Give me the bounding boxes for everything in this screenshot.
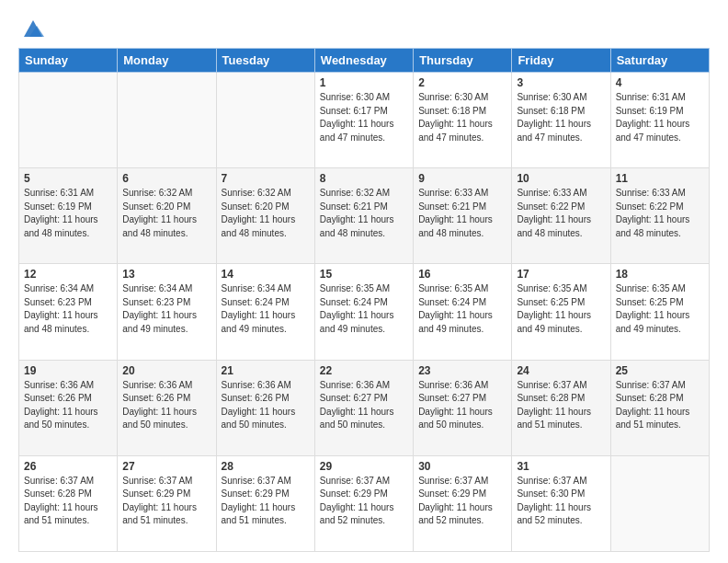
calendar-cell: 15Sunrise: 6:35 AM Sunset: 6:24 PM Dayli… xyxy=(314,264,413,360)
day-number: 2 xyxy=(418,76,506,89)
day-number: 21 xyxy=(222,364,310,377)
calendar-cell: 12Sunrise: 6:34 AM Sunset: 6:23 PM Dayli… xyxy=(19,264,118,360)
calendar-cell: 19Sunrise: 6:36 AM Sunset: 6:26 PM Dayli… xyxy=(19,360,118,455)
day-number: 22 xyxy=(320,364,408,377)
calendar-week-row: 19Sunrise: 6:36 AM Sunset: 6:26 PM Dayli… xyxy=(19,360,710,455)
calendar-header-row: SundayMondayTuesdayWednesdayThursdayFrid… xyxy=(19,49,710,73)
day-info: Sunrise: 6:34 AM Sunset: 6:23 PM Dayligh… xyxy=(24,282,112,336)
calendar-cell: 31Sunrise: 6:37 AM Sunset: 6:30 PM Dayli… xyxy=(512,455,610,551)
calendar-cell: 30Sunrise: 6:37 AM Sunset: 6:29 PM Dayli… xyxy=(414,455,512,551)
day-info: Sunrise: 6:32 AM Sunset: 6:20 PM Dayligh… xyxy=(222,187,310,240)
day-of-week-header: Saturday xyxy=(610,49,709,73)
calendar-cell: 16Sunrise: 6:35 AM Sunset: 6:24 PM Dayli… xyxy=(414,264,512,360)
day-of-week-header: Monday xyxy=(118,49,216,73)
calendar-cell: 11Sunrise: 6:33 AM Sunset: 6:22 PM Dayli… xyxy=(610,168,709,264)
day-number: 3 xyxy=(517,76,605,89)
calendar-cell: 17Sunrise: 6:35 AM Sunset: 6:25 PM Dayli… xyxy=(512,264,610,360)
day-info: Sunrise: 6:33 AM Sunset: 6:22 PM Dayligh… xyxy=(517,187,605,240)
day-info: Sunrise: 6:31 AM Sunset: 6:19 PM Dayligh… xyxy=(24,187,112,240)
calendar-cell: 27Sunrise: 6:37 AM Sunset: 6:29 PM Dayli… xyxy=(118,455,216,551)
day-info: Sunrise: 6:37 AM Sunset: 6:28 PM Dayligh… xyxy=(616,379,704,432)
calendar-cell: 9Sunrise: 6:33 AM Sunset: 6:21 PM Daylig… xyxy=(414,168,512,264)
calendar-cell: 20Sunrise: 6:36 AM Sunset: 6:26 PM Dayli… xyxy=(118,360,216,455)
calendar-week-row: 26Sunrise: 6:37 AM Sunset: 6:28 PM Dayli… xyxy=(19,455,710,551)
calendar-cell: 13Sunrise: 6:34 AM Sunset: 6:23 PM Dayli… xyxy=(118,264,216,360)
calendar-cell: 4Sunrise: 6:31 AM Sunset: 6:19 PM Daylig… xyxy=(610,73,709,168)
calendar-cell: 21Sunrise: 6:36 AM Sunset: 6:26 PM Dayli… xyxy=(216,360,314,455)
logo-icon xyxy=(20,15,46,40)
day-number: 30 xyxy=(418,460,506,473)
day-info: Sunrise: 6:30 AM Sunset: 6:17 PM Dayligh… xyxy=(320,91,408,144)
day-info: Sunrise: 6:34 AM Sunset: 6:24 PM Dayligh… xyxy=(222,282,310,336)
day-info: Sunrise: 6:30 AM Sunset: 6:18 PM Dayligh… xyxy=(517,91,605,144)
day-info: Sunrise: 6:32 AM Sunset: 6:20 PM Dayligh… xyxy=(122,187,210,240)
day-info: Sunrise: 6:36 AM Sunset: 6:27 PM Dayligh… xyxy=(418,379,506,432)
day-number: 24 xyxy=(517,364,605,377)
day-number: 12 xyxy=(24,268,112,281)
calendar-cell: 26Sunrise: 6:37 AM Sunset: 6:28 PM Dayli… xyxy=(19,455,118,551)
page: SundayMondayTuesdayWednesdayThursdayFrid… xyxy=(0,0,728,563)
calendar-cell: 18Sunrise: 6:35 AM Sunset: 6:25 PM Dayli… xyxy=(610,264,709,360)
day-number: 29 xyxy=(320,460,408,473)
day-number: 11 xyxy=(616,172,704,185)
calendar-cell xyxy=(118,73,216,168)
day-number: 10 xyxy=(517,172,605,185)
day-info: Sunrise: 6:37 AM Sunset: 6:29 PM Dayligh… xyxy=(320,475,408,528)
day-number: 8 xyxy=(320,172,408,185)
day-info: Sunrise: 6:36 AM Sunset: 6:27 PM Dayligh… xyxy=(320,379,408,432)
day-number: 19 xyxy=(24,364,112,377)
day-info: Sunrise: 6:33 AM Sunset: 6:22 PM Dayligh… xyxy=(616,187,704,240)
day-number: 15 xyxy=(320,268,408,281)
calendar-cell: 14Sunrise: 6:34 AM Sunset: 6:24 PM Dayli… xyxy=(216,264,314,360)
calendar-cell: 3Sunrise: 6:30 AM Sunset: 6:18 PM Daylig… xyxy=(512,73,610,168)
day-info: Sunrise: 6:37 AM Sunset: 6:28 PM Dayligh… xyxy=(24,475,112,528)
calendar-cell xyxy=(610,455,709,551)
day-of-week-header: Friday xyxy=(512,49,610,73)
day-info: Sunrise: 6:35 AM Sunset: 6:24 PM Dayligh… xyxy=(320,282,408,336)
calendar-cell: 29Sunrise: 6:37 AM Sunset: 6:29 PM Dayli… xyxy=(314,455,413,551)
calendar-week-row: 5Sunrise: 6:31 AM Sunset: 6:19 PM Daylig… xyxy=(19,168,710,264)
calendar-cell: 7Sunrise: 6:32 AM Sunset: 6:20 PM Daylig… xyxy=(216,168,314,264)
day-number: 31 xyxy=(517,460,605,473)
calendar-table: SundayMondayTuesdayWednesdayThursdayFrid… xyxy=(18,48,710,552)
calendar-cell: 24Sunrise: 6:37 AM Sunset: 6:28 PM Dayli… xyxy=(512,360,610,455)
day-info: Sunrise: 6:32 AM Sunset: 6:21 PM Dayligh… xyxy=(320,187,408,240)
calendar-cell: 6Sunrise: 6:32 AM Sunset: 6:20 PM Daylig… xyxy=(118,168,216,264)
day-info: Sunrise: 6:35 AM Sunset: 6:25 PM Dayligh… xyxy=(517,282,605,336)
day-info: Sunrise: 6:37 AM Sunset: 6:29 PM Dayligh… xyxy=(418,475,506,528)
day-number: 28 xyxy=(222,460,310,473)
day-info: Sunrise: 6:37 AM Sunset: 6:28 PM Dayligh… xyxy=(517,379,605,432)
calendar-body: 1Sunrise: 6:30 AM Sunset: 6:17 PM Daylig… xyxy=(19,73,710,552)
day-info: Sunrise: 6:33 AM Sunset: 6:21 PM Dayligh… xyxy=(418,187,506,240)
day-info: Sunrise: 6:30 AM Sunset: 6:18 PM Dayligh… xyxy=(418,91,506,144)
day-number: 4 xyxy=(616,76,704,89)
day-number: 26 xyxy=(24,460,112,473)
day-number: 6 xyxy=(122,172,210,185)
day-number: 16 xyxy=(418,268,506,281)
day-info: Sunrise: 6:36 AM Sunset: 6:26 PM Dayligh… xyxy=(222,379,310,432)
day-info: Sunrise: 6:35 AM Sunset: 6:24 PM Dayligh… xyxy=(418,282,506,336)
calendar-cell: 28Sunrise: 6:37 AM Sunset: 6:29 PM Dayli… xyxy=(216,455,314,551)
day-number: 23 xyxy=(418,364,506,377)
calendar-cell: 2Sunrise: 6:30 AM Sunset: 6:18 PM Daylig… xyxy=(414,73,512,168)
day-number: 5 xyxy=(24,172,112,185)
calendar-cell: 5Sunrise: 6:31 AM Sunset: 6:19 PM Daylig… xyxy=(19,168,118,264)
day-number: 25 xyxy=(616,364,704,377)
logo xyxy=(18,15,46,40)
calendar-cell: 1Sunrise: 6:30 AM Sunset: 6:17 PM Daylig… xyxy=(314,73,413,168)
day-number: 17 xyxy=(517,268,605,281)
calendar-cell: 23Sunrise: 6:36 AM Sunset: 6:27 PM Dayli… xyxy=(414,360,512,455)
day-info: Sunrise: 6:37 AM Sunset: 6:29 PM Dayligh… xyxy=(122,475,210,528)
day-of-week-header: Thursday xyxy=(414,49,512,73)
calendar-cell: 25Sunrise: 6:37 AM Sunset: 6:28 PM Dayli… xyxy=(610,360,709,455)
calendar-week-row: 1Sunrise: 6:30 AM Sunset: 6:17 PM Daylig… xyxy=(19,73,710,168)
day-number: 20 xyxy=(122,364,210,377)
calendar-cell: 22Sunrise: 6:36 AM Sunset: 6:27 PM Dayli… xyxy=(314,360,413,455)
day-number: 18 xyxy=(616,268,704,281)
calendar-cell xyxy=(216,73,314,168)
header xyxy=(18,15,710,40)
calendar-week-row: 12Sunrise: 6:34 AM Sunset: 6:23 PM Dayli… xyxy=(19,264,710,360)
day-number: 27 xyxy=(122,460,210,473)
calendar-cell: 10Sunrise: 6:33 AM Sunset: 6:22 PM Dayli… xyxy=(512,168,610,264)
day-info: Sunrise: 6:37 AM Sunset: 6:29 PM Dayligh… xyxy=(222,475,310,528)
